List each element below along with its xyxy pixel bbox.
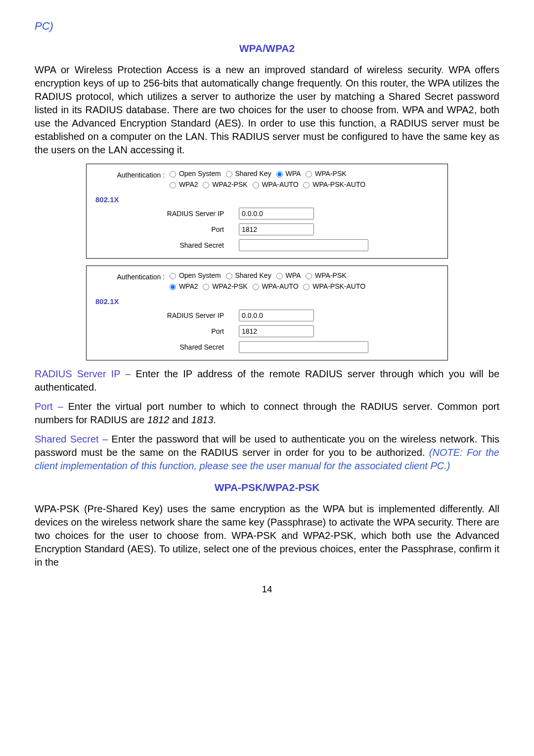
intro-text-b: WPA offers encryption keys of up to 256-… xyxy=(35,64,499,155)
secret-label: Shared Secret xyxy=(90,343,239,351)
opt-wpapsk-label: WPA-PSK xyxy=(315,170,347,178)
opt-open[interactable]: Open System xyxy=(170,271,221,279)
radio-wpa2[interactable] xyxy=(170,284,176,290)
wpapsk-title: WPA-PSK/WPA2-PSK xyxy=(35,482,499,493)
auth-label: Authentication : xyxy=(90,168,170,179)
opt-open-label: Open System xyxy=(179,271,221,279)
port-desc-c: and xyxy=(169,414,191,425)
auth-options: Open System Shared Key WPA WPA-PSK WPA2 … xyxy=(170,270,444,292)
opt-wpa2psk[interactable]: WPA2-PSK xyxy=(203,282,247,290)
opt-wpapsk[interactable]: WPA-PSK xyxy=(306,271,346,279)
radio-wpapskauto[interactable] xyxy=(303,284,310,290)
opt-shared[interactable]: Shared Key xyxy=(226,271,271,279)
opt-wpa2[interactable]: WPA2 xyxy=(170,282,198,290)
8021x-heading: 802.1X xyxy=(87,193,447,206)
opt-wpa2psk-label: WPA2-PSK xyxy=(212,180,247,188)
opt-wpapsk-label: WPA-PSK xyxy=(315,271,347,279)
opt-wpapskauto-label: WPA-PSK-AUTO xyxy=(312,282,365,290)
opt-shared-label: Shared Key xyxy=(235,271,271,279)
opt-wpapsk[interactable]: WPA-PSK xyxy=(306,170,346,178)
auth-form-wpa: Authentication : Open System Shared Key … xyxy=(86,164,448,259)
secret-desc: Shared Secret – Enter the password that … xyxy=(35,433,499,473)
opt-wpa[interactable]: WPA xyxy=(276,271,301,279)
secret-term: Shared Secret – xyxy=(35,434,112,445)
secret-label: Shared Secret xyxy=(90,241,239,249)
port-input[interactable] xyxy=(239,223,314,235)
page-number: 14 xyxy=(35,584,499,595)
radius-ip-term: RADIUS Server IP – xyxy=(35,368,135,379)
port-desc-e: . xyxy=(213,414,216,425)
opt-open[interactable]: Open System xyxy=(170,170,221,178)
radio-wpapsk[interactable] xyxy=(306,273,312,279)
radio-wpa[interactable] xyxy=(276,171,283,178)
port-desc-a: Enter the virtual port number to which t… xyxy=(35,401,499,425)
opt-wpapskauto-label: WPA-PSK-AUTO xyxy=(312,180,365,188)
opt-wpa2[interactable]: WPA2 xyxy=(170,180,198,188)
header-fragment: PC) xyxy=(35,20,499,33)
port-desc: Port – Enter the virtual port number to … xyxy=(35,400,499,427)
opt-wpa-label: WPA xyxy=(285,170,301,178)
opt-wpa2psk-label: WPA2-PSK xyxy=(212,282,247,290)
radio-wpa2psk[interactable] xyxy=(203,182,209,188)
opt-wpa2psk[interactable]: WPA2-PSK xyxy=(203,180,247,188)
radius-ip-input[interactable] xyxy=(239,208,314,220)
radio-wpaauto[interactable] xyxy=(253,284,259,290)
opt-wpaauto-label: WPA-AUTO xyxy=(262,282,298,290)
auth-label: Authentication : xyxy=(90,270,170,281)
opt-wpa2-label: WPA2 xyxy=(179,180,198,188)
radio-open[interactable] xyxy=(170,171,176,178)
opt-wpa2-label: WPA2 xyxy=(179,282,198,290)
radio-wpapsk[interactable] xyxy=(306,171,312,178)
radio-wpa2psk[interactable] xyxy=(203,284,209,290)
opt-wpaauto[interactable]: WPA-AUTO xyxy=(253,180,299,188)
radio-wpapskauto[interactable] xyxy=(303,182,310,188)
radio-wpa[interactable] xyxy=(276,273,283,279)
radius-ip-label: RADIUS Server IP xyxy=(90,311,239,319)
radius-ip-label: RADIUS Server IP xyxy=(90,210,239,218)
auth-form-wpa2: Authentication : Open System Shared Key … xyxy=(86,266,448,360)
radio-open[interactable] xyxy=(170,273,176,279)
secret-input[interactable] xyxy=(239,239,368,251)
opt-wpapskauto[interactable]: WPA-PSK-AUTO xyxy=(303,282,365,290)
opt-open-label: Open System xyxy=(179,170,221,178)
wpa-intro: WPA or Wireless Protection Access is a n… xyxy=(35,63,499,157)
port-term: Port – xyxy=(35,401,68,412)
auth-options: Open System Shared Key WPA WPA-PSK WPA2 … xyxy=(170,168,444,190)
opt-wpa[interactable]: WPA xyxy=(276,170,301,178)
port-input[interactable] xyxy=(239,325,314,337)
radius-ip-input[interactable] xyxy=(239,310,314,321)
radio-wpa2[interactable] xyxy=(170,182,176,188)
opt-shared[interactable]: Shared Key xyxy=(226,170,271,178)
opt-wpaauto[interactable]: WPA-AUTO xyxy=(253,282,299,290)
port-desc-d: 1813 xyxy=(191,414,214,425)
wpa-wpa2-title: WPA/WPA2 xyxy=(35,43,499,54)
opt-wpa-label: WPA xyxy=(285,271,301,279)
port-desc-b: 1812 xyxy=(147,414,170,425)
secret-input[interactable] xyxy=(239,341,368,353)
opt-wpaauto-label: WPA-AUTO xyxy=(262,180,298,188)
radio-shared[interactable] xyxy=(226,171,232,178)
8021x-heading: 802.1X xyxy=(87,295,447,308)
port-label: Port xyxy=(90,327,239,335)
radio-shared[interactable] xyxy=(226,273,232,279)
port-label: Port xyxy=(90,225,239,233)
opt-wpapskauto[interactable]: WPA-PSK-AUTO xyxy=(303,180,365,188)
psk-desc: WPA-PSK (Pre-Shared Key) uses the same e… xyxy=(35,502,499,569)
intro-text-a: WPA or Wireless Protection Access is a n… xyxy=(35,64,441,75)
opt-shared-label: Shared Key xyxy=(235,170,271,178)
radio-wpaauto[interactable] xyxy=(253,182,259,188)
radius-ip-desc: RADIUS Server IP – Enter the IP address … xyxy=(35,367,499,394)
